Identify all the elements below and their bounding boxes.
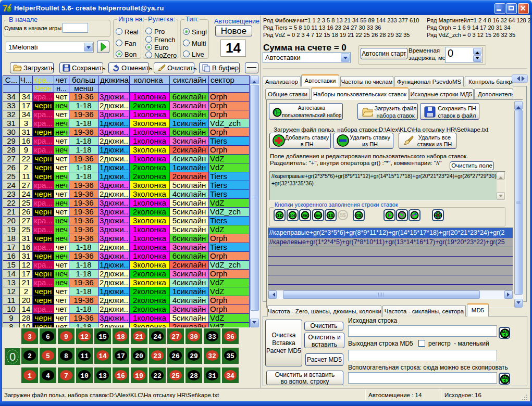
- svg-text:23: 23: [153, 352, 162, 360]
- svg-text:36: 36: [226, 333, 234, 341]
- svg-text:5: 5: [504, 334, 506, 337]
- svg-text:1$: 1$: [328, 213, 333, 218]
- svg-text:10€: 10€: [290, 214, 296, 218]
- svg-text:22: 22: [153, 372, 162, 380]
- svg-text:35: 35: [226, 352, 234, 360]
- svg-text:21: 21: [135, 333, 143, 341]
- svg-text:3: 3: [28, 333, 32, 341]
- svg-text:11: 11: [80, 352, 89, 360]
- svg-text:32: 32: [208, 352, 216, 360]
- svg-text:1: 1: [28, 372, 32, 380]
- svg-text:6: 6: [46, 333, 50, 341]
- svg-text:7: 7: [64, 372, 68, 380]
- svg-text:10: 10: [80, 372, 89, 380]
- svg-text:9: 9: [64, 333, 68, 341]
- svg-text:25€: 25€: [302, 214, 308, 218]
- svg-text:30: 30: [190, 333, 198, 341]
- svg-text:4: 4: [46, 372, 50, 380]
- svg-text:18: 18: [117, 333, 125, 341]
- svg-text:34: 34: [226, 372, 234, 380]
- svg-text:27: 27: [171, 333, 180, 341]
- svg-text:28: 28: [190, 372, 198, 380]
- svg-text:0: 0: [9, 350, 16, 363]
- svg-text:24: 24: [153, 333, 162, 341]
- svg-text:15: 15: [98, 333, 107, 341]
- svg-text:25: 25: [171, 372, 180, 380]
- svg-text:5: 5: [504, 379, 506, 383]
- svg-text:1€: 1€: [277, 213, 282, 218]
- svg-text:12: 12: [80, 333, 89, 341]
- svg-text:13: 13: [98, 372, 107, 380]
- svg-text:14: 14: [98, 352, 107, 360]
- svg-text:5$: 5$: [340, 212, 346, 218]
- svg-text:16: 16: [117, 372, 125, 380]
- svg-text:31: 31: [208, 372, 216, 380]
- svg-text:0$: 0$: [356, 213, 361, 218]
- svg-text:17: 17: [117, 352, 125, 360]
- svg-text:ПН: ПН: [274, 110, 281, 116]
- svg-text:29: 29: [190, 352, 198, 360]
- svg-text:19: 19: [135, 372, 143, 380]
- svg-text:8: 8: [64, 352, 68, 360]
- svg-text:2: 2: [28, 352, 32, 360]
- svg-text:5: 5: [46, 352, 50, 360]
- svg-text:26: 26: [171, 352, 180, 360]
- svg-text:50€: 50€: [315, 214, 321, 218]
- svg-text:33: 33: [208, 333, 216, 341]
- svg-text:20: 20: [135, 352, 143, 360]
